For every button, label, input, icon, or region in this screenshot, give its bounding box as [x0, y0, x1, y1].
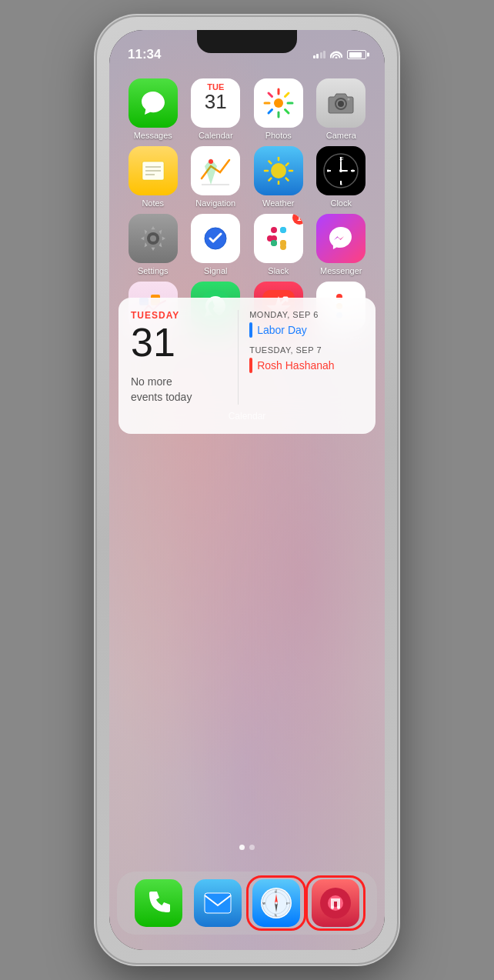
phone-frame: 11:34 [97, 17, 397, 963]
rosh-hashanah-label: Rosh Hashanah [257, 359, 334, 372]
notes-icon[interactable] [129, 146, 178, 195]
photos-label: Photos [265, 131, 292, 140]
app-settings[interactable]: Settings [125, 214, 181, 275]
svg-rect-42 [205, 893, 231, 913]
app-row-3: Settings Signal [122, 214, 372, 275]
svg-point-25 [150, 235, 156, 242]
clock-icon[interactable]: 12 6 3 9 [316, 146, 365, 195]
messenger-label: Messenger [320, 266, 362, 275]
svg-point-0 [274, 98, 283, 108]
app-messenger[interactable]: Messenger [313, 214, 369, 275]
messages-label: Messages [134, 131, 172, 140]
app-signal[interactable]: Signal [188, 214, 243, 275]
app-clock[interactable]: 12 6 3 9 Clock [313, 146, 369, 208]
dock-phone[interactable] [132, 879, 185, 927]
camera-icon[interactable] [316, 78, 365, 128]
signal-icon[interactable] [191, 214, 240, 263]
calendar-day: 31 [205, 92, 227, 112]
svg-text:12: 12 [339, 156, 344, 161]
app-row-2: Notes Navigation [122, 146, 372, 208]
dock-safari-icon[interactable]: N S E W [252, 879, 300, 927]
labor-day-label: Labor Day [257, 324, 307, 336]
app-notes[interactable]: Notes [125, 146, 181, 208]
phone-screen: 11:34 [109, 30, 385, 950]
dock-music-icon[interactable] [312, 879, 359, 927]
battery-icon [347, 50, 366, 59]
page-dot-2 [249, 845, 255, 850]
dock-mail[interactable] [192, 879, 244, 927]
svg-point-28 [271, 227, 277, 233]
svg-text:3: 3 [352, 168, 354, 173]
maps-icon[interactable] [191, 146, 240, 195]
calendar-widget[interactable]: TUESDAY 31 No moreevents today MONDAY, S… [118, 298, 376, 434]
screen: 11:34 [109, 30, 385, 950]
slack-label: Slack [268, 266, 289, 275]
photos-icon[interactable] [254, 78, 303, 128]
app-calendar[interactable]: TUE 31 Calendar [188, 78, 243, 140]
dock-music[interactable] [309, 879, 362, 927]
settings-label: Settings [138, 266, 169, 275]
app-row-1: Messages TUE 31 Calendar [122, 78, 372, 140]
status-icons [313, 48, 367, 61]
svg-point-59 [331, 906, 334, 909]
svg-point-23 [339, 169, 342, 172]
svg-text:9: 9 [327, 168, 329, 173]
status-time: 11:34 [128, 47, 161, 62]
app-slack[interactable]: 1 [251, 214, 306, 275]
svg-rect-34 [271, 240, 277, 246]
rosh-hashanah-dot [249, 358, 252, 373]
messenger-icon[interactable] [316, 214, 365, 263]
labor-day-dot [249, 322, 252, 338]
app-maps[interactable]: Navigation [188, 146, 243, 208]
dock-mail-icon[interactable] [194, 879, 242, 927]
dock-phone-icon[interactable] [135, 879, 182, 927]
settings-icon[interactable] [129, 214, 178, 263]
widget-calendar-label: Calendar [131, 411, 363, 422]
widget-day-name: TUESDAY [131, 310, 225, 321]
svg-point-2 [338, 101, 344, 107]
weather-icon[interactable] [254, 146, 303, 195]
app-messages[interactable]: Messages [125, 78, 181, 140]
svg-point-3 [348, 98, 350, 101]
widget-no-events: No moreevents today [131, 375, 225, 405]
slack-icon[interactable]: 1 [254, 214, 303, 263]
slack-badge: 1 [292, 214, 303, 225]
page-dot-1 [239, 845, 245, 850]
notch [197, 30, 297, 53]
signal-label: Signal [204, 266, 228, 275]
signal-icon [313, 51, 326, 58]
svg-rect-37 [280, 240, 286, 246]
widget-event2-date: TUESDAY, SEP 7 [249, 345, 363, 355]
widget-date-num: 31 [131, 322, 225, 362]
dock: N S E W [117, 872, 377, 935]
widget-event1-date: MONDAY, SEP 6 [249, 310, 363, 319]
app-weather[interactable]: Weather [251, 146, 306, 208]
calendar-label: Calendar [199, 131, 233, 140]
app-photos[interactable]: Photos [251, 78, 306, 140]
svg-point-60 [337, 906, 340, 909]
svg-point-9 [209, 159, 213, 164]
weather-label: Weather [262, 198, 294, 208]
clock-label: Clock [330, 198, 352, 208]
maps-label: Navigation [195, 198, 235, 208]
messages-icon[interactable] [129, 78, 178, 128]
page-dots [239, 845, 255, 850]
app-camera[interactable]: Camera [313, 78, 369, 140]
camera-label: Camera [326, 131, 356, 140]
svg-point-10 [271, 163, 286, 178]
calendar-icon[interactable]: TUE 31 [191, 78, 240, 128]
svg-rect-32 [280, 227, 286, 233]
wifi-icon [330, 48, 342, 61]
notes-label: Notes [142, 198, 164, 208]
svg-text:6: 6 [340, 182, 342, 186]
dock-safari[interactable]: N S E W [250, 879, 302, 927]
